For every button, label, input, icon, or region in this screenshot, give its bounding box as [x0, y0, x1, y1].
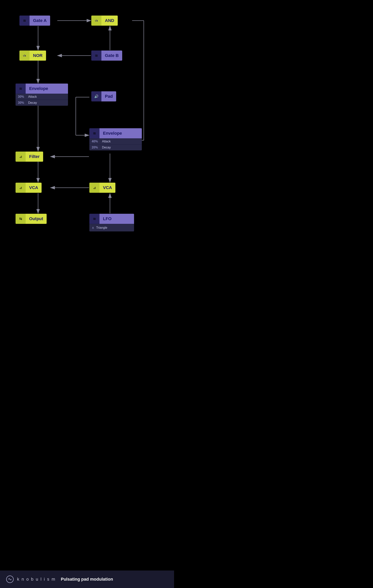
pad-label: Pad	[101, 91, 116, 101]
footer: k n o b u l i s m Pulsating pad modulati…	[0, 570, 174, 588]
filter-node: ⊿ Filter	[16, 152, 43, 162]
envelope2-attack-row: 40% Attack	[89, 138, 142, 144]
wave-symbol-env1: ≋	[19, 86, 22, 91]
envelope2-decay-row: 20% Decay	[89, 144, 142, 150]
pad-node: 🔊 Pad	[91, 91, 116, 101]
envelope2-decay-label: Decay	[102, 146, 111, 149]
vca-left-node: ⊿ VCA	[16, 183, 41, 193]
envelope1-params: 30% Attack 30% Decay	[16, 94, 68, 106]
waveform-symbol: ⊿	[19, 155, 22, 159]
lfo-node: ≋ LFO ∧ Triangle	[89, 214, 134, 231]
sqrt-symbol: √x	[95, 19, 98, 22]
brand-name: k n o b u l i s m	[17, 577, 56, 582]
footer-title: Pulsating pad modulation	[61, 577, 113, 582]
envelope1-decay-row: 30% Decay	[16, 100, 68, 106]
vca-right-node: ⊿ VCA	[89, 183, 115, 193]
gate-b-icon: ≋	[91, 51, 101, 61]
lfo-type-row: ∧ Triangle	[89, 224, 134, 231]
filter-label: Filter	[26, 152, 43, 162]
pad-icon: 🔊	[91, 91, 101, 101]
lfo-type-label: Triangle	[96, 226, 107, 230]
envelope1-node: ≋ Envelope 30% Attack 30% Decay	[16, 84, 68, 106]
wave-symbol-lfo: ≋	[93, 216, 96, 221]
nor-icon: √x	[20, 51, 30, 61]
envelope1-decay-pct: 30%	[18, 101, 27, 105]
speaker-symbol: 🔊	[94, 94, 98, 98]
vca-left-icon: ⊿	[16, 183, 26, 193]
lfo-label: LFO	[99, 214, 134, 224]
envelope2-node: ≋ Envelope 40% Attack 20% Decay	[89, 128, 142, 150]
envelope2-attack-label: Attack	[102, 140, 111, 143]
filter-icon: ⊿	[16, 152, 26, 162]
wave-symbol: ≋	[23, 18, 26, 23]
envelope1-attack-label: Attack	[28, 95, 37, 98]
and-label: AND	[101, 16, 118, 26]
wave-symbol-env2: ≋	[93, 131, 96, 136]
gate-a-icon: ≋	[20, 16, 30, 26]
envelope1-decay-label: Decay	[28, 101, 37, 105]
nor-node: √x NOR	[20, 51, 46, 61]
triangle-icon: ∧	[92, 226, 94, 230]
envelope2-attack-pct: 40%	[92, 140, 100, 143]
envelope1-attack-pct: 30%	[18, 95, 27, 98]
wave-symbol-b: ≋	[95, 53, 98, 58]
gate-b-label: Gate B	[101, 51, 122, 61]
vca-left-symbol: ⊿	[19, 186, 22, 190]
vca-right-label: VCA	[99, 183, 115, 193]
envelope2-icon: ≋	[89, 128, 99, 138]
envelope2-params: 40% Attack 20% Decay	[89, 138, 142, 150]
output-icon: ⇆	[16, 214, 26, 224]
nor-label: NOR	[30, 51, 46, 61]
vca-right-icon: ⊿	[89, 183, 99, 193]
vca-right-symbol: ⊿	[93, 186, 96, 190]
envelope1-attack-row: 30% Attack	[16, 94, 68, 100]
and-node: √x AND	[91, 16, 118, 26]
sqrt-symbol-nor: √x	[23, 54, 26, 57]
lfo-icon: ≋	[89, 214, 99, 224]
gate-b-node: ≋ Gate B	[91, 51, 122, 61]
output-node: ⇆ Output	[16, 214, 47, 224]
gate-a-label: Gate A	[30, 16, 50, 26]
and-icon: √x	[91, 16, 101, 26]
output-symbol: ⇆	[19, 217, 22, 221]
vca-left-label: VCA	[26, 183, 41, 193]
envelope1-icon: ≋	[16, 84, 26, 94]
output-label: Output	[26, 214, 47, 224]
envelope1-label: Envelope	[26, 84, 68, 94]
envelope2-decay-pct: 20%	[92, 146, 100, 149]
logo-icon	[6, 575, 14, 583]
envelope2-label: Envelope	[99, 128, 142, 138]
gate-a-node: ≋ Gate A	[20, 16, 50, 26]
